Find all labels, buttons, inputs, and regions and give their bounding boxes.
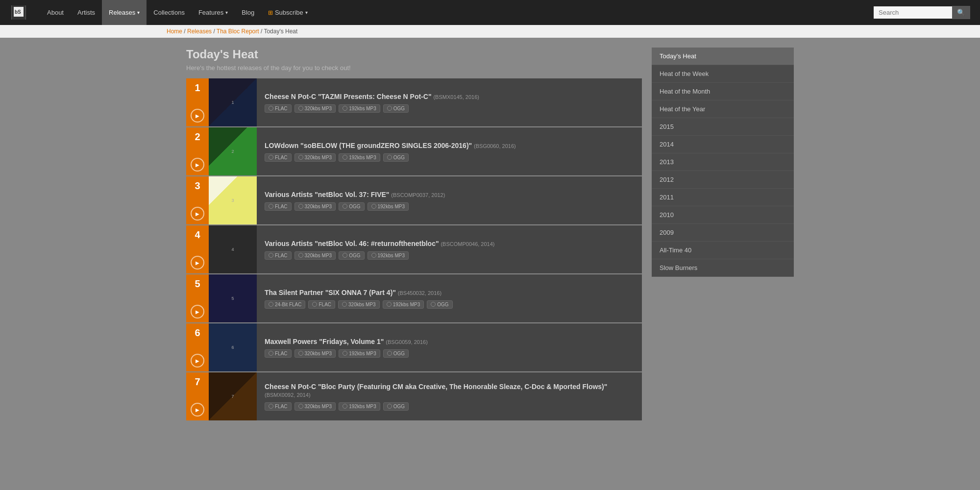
format-badge[interactable]: OGG: [383, 402, 409, 411]
breadcrumb-tha-bloc-report[interactable]: Tha Bloc Report: [217, 28, 259, 35]
breadcrumb-home[interactable]: Home: [167, 28, 182, 35]
badge-icon: [387, 404, 392, 409]
sidebar-item-2014[interactable]: 2014: [652, 136, 794, 153]
nav-artists[interactable]: Artists: [71, 0, 102, 25]
badge-icon: [343, 253, 347, 258]
format-badge[interactable]: OGG: [427, 300, 452, 309]
sidebar-item-heat-of-the-year[interactable]: Heat of the Year: [652, 100, 794, 118]
play-button[interactable]: ▶: [191, 158, 204, 172]
play-button[interactable]: ▶: [191, 207, 204, 220]
format-badge[interactable]: FLAC: [308, 300, 335, 309]
format-badges: FLAC320kbs MP3192kbs MP3OGG: [265, 153, 634, 162]
logo-area[interactable]: bS: [10, 4, 30, 22]
nav-features[interactable]: Features ▾: [192, 0, 235, 25]
play-button[interactable]: ▶: [191, 403, 204, 416]
release-info: Various Artists "netBloc Vol. 46: #retur…: [257, 225, 642, 273]
main-layout: Today's Heat Here's the hottest releases…: [186, 38, 794, 431]
sidebar-item-2012[interactable]: 2012: [652, 171, 794, 189]
play-button[interactable]: ▶: [191, 256, 204, 270]
thumb-text: 7: [229, 392, 236, 401]
thumb-text: 5: [229, 294, 236, 303]
badge-icon: [343, 404, 347, 409]
nav-collections[interactable]: Collections: [147, 0, 192, 25]
play-button[interactable]: ▶: [191, 305, 204, 318]
format-badge[interactable]: FLAC: [265, 251, 292, 260]
format-badge[interactable]: 192kbs MP3: [368, 202, 409, 211]
thumb-text: 4: [229, 245, 236, 254]
sidebar-item-2011[interactable]: 2011: [652, 189, 794, 206]
nav-releases[interactable]: Releases ▾: [102, 0, 147, 25]
play-button[interactable]: ▶: [191, 109, 204, 122]
format-badge[interactable]: 320kbs MP3: [338, 300, 380, 309]
sidebar-item-2013[interactable]: 2013: [652, 153, 794, 171]
format-badge[interactable]: 192kbs MP3: [339, 349, 380, 358]
release-info: Cheese N Pot-C "Bloc Party (Featuring CM…: [257, 372, 642, 420]
format-badge[interactable]: 24-Bit FLAC: [265, 300, 305, 309]
format-badge[interactable]: 320kbs MP3: [294, 251, 336, 260]
top-navigation: bS About Artists Releases ▾ Collections …: [0, 0, 980, 25]
search-button[interactable]: 🔍: [952, 6, 970, 19]
format-badge[interactable]: FLAC: [265, 202, 292, 211]
nav-blog[interactable]: Blog: [235, 0, 261, 25]
badge-icon: [387, 351, 392, 356]
nav-about[interactable]: About: [40, 0, 71, 25]
format-badge[interactable]: OGG: [383, 104, 409, 113]
format-badge[interactable]: OGG: [383, 153, 409, 162]
release-title: Cheese N Pot-C "TAZMI Presents: Cheese N…: [265, 93, 634, 100]
release-item: 7 ▶ 7 Cheese N Pot-C "Bloc Party (Featur…: [186, 372, 642, 420]
release-title: Various Artists "netBloc Vol. 46: #retur…: [265, 240, 634, 247]
sidebar-item-heat-of-the-week[interactable]: Heat of the Week: [652, 65, 794, 83]
releases-dropdown-arrow: ▾: [137, 10, 140, 15]
sidebar-item-heat-of-the-month[interactable]: Heat of the Month: [652, 83, 794, 100]
format-badge[interactable]: 320kbs MP3: [294, 104, 336, 113]
format-badge[interactable]: 192kbs MP3: [339, 402, 380, 411]
format-badge[interactable]: FLAC: [265, 349, 292, 358]
breadcrumb-releases[interactable]: Releases: [187, 28, 212, 35]
release-info: Maxwell Powers "Fridays, Volume 1" (BSG0…: [257, 323, 642, 371]
format-badge[interactable]: OGG: [339, 251, 364, 260]
search-icon: 🔍: [957, 9, 965, 16]
release-catalog: (BS450032, 2016): [398, 290, 441, 296]
sidebar-item-2010[interactable]: 2010: [652, 206, 794, 224]
format-badge[interactable]: 320kbs MP3: [294, 402, 336, 411]
release-item: 6 ▶ 6 Maxwell Powers "Fridays, Volume 1"…: [186, 323, 642, 371]
format-badge[interactable]: OGG: [383, 349, 409, 358]
format-badge[interactable]: OGG: [339, 202, 364, 211]
logo-icon: bS: [10, 4, 27, 22]
badge-icon: [371, 253, 376, 258]
search-input[interactable]: [874, 6, 952, 19]
format-badge[interactable]: 192kbs MP3: [339, 153, 380, 162]
format-badge[interactable]: 320kbs MP3: [294, 202, 336, 211]
format-badge[interactable]: 320kbs MP3: [294, 153, 336, 162]
sidebar-nav: Today's HeatHeat of the WeekHeat of the …: [652, 48, 794, 277]
format-badge[interactable]: 192kbs MP3: [339, 104, 380, 113]
format-badge[interactable]: 192kbs MP3: [368, 251, 409, 260]
format-badge[interactable]: FLAC: [265, 153, 292, 162]
release-number: 2: [195, 131, 200, 143]
play-button[interactable]: ▶: [191, 354, 204, 368]
release-title: Various Artists "netBloc Vol. 37: FIVE" …: [265, 191, 634, 198]
sidebar: Today's HeatHeat of the WeekHeat of the …: [652, 48, 794, 421]
sidebar-item-today's-heat[interactable]: Today's Heat: [652, 48, 794, 65]
release-catalog: (BSG0059, 2016): [386, 339, 428, 345]
release-catalog: (BSCOMP0037, 2012): [391, 192, 445, 198]
sidebar-item-2009[interactable]: 2009: [652, 224, 794, 242]
subscribe-dropdown-arrow: ▾: [305, 10, 308, 15]
release-catalog: (BSMX0092, 2014): [265, 392, 311, 398]
sidebar-item-all-time-40[interactable]: All-Time 40: [652, 242, 794, 259]
sidebar-item-2015[interactable]: 2015: [652, 118, 794, 136]
format-badge[interactable]: 192kbs MP3: [383, 300, 424, 309]
format-badges: FLAC320kbs MP3192kbs MP3OGG: [265, 349, 634, 358]
badge-icon: [371, 204, 376, 209]
format-badge[interactable]: FLAC: [265, 104, 292, 113]
format-badge[interactable]: 320kbs MP3: [294, 349, 336, 358]
badge-icon: [298, 204, 303, 209]
release-number: 4: [195, 229, 200, 241]
badge-icon: [298, 404, 303, 409]
nav-subscribe[interactable]: ⊞ Subscribe ▾: [261, 0, 314, 25]
format-badge[interactable]: FLAC: [265, 402, 292, 411]
badge-icon: [298, 106, 303, 111]
sidebar-item-slow-burners[interactable]: Slow Burners: [652, 259, 794, 277]
release-number-col: 6 ▶: [186, 323, 209, 371]
search-area: 🔍: [874, 6, 970, 19]
